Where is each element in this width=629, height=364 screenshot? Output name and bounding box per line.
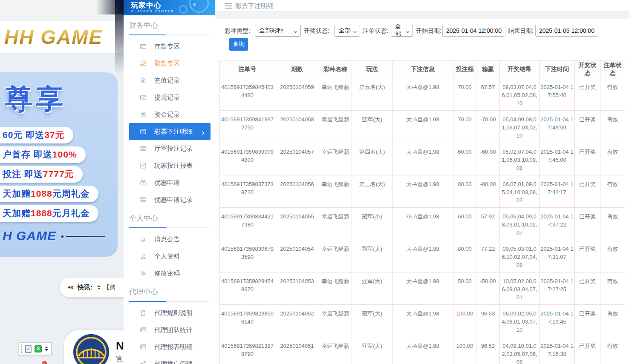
- table-cell: 第三名(大): [352, 175, 392, 208]
- table-cell: 57.92: [476, 208, 500, 240]
- content-panel: 彩种类型: 全部彩种 开奖状态: 全部 注单状态: 全部 开始日期: 结束日期:: [215, 19, 629, 364]
- gear-icon: [139, 269, 147, 277]
- table-cell: 2025-01-04 17:31:07: [540, 240, 575, 272]
- promo-pill-text: 37元: [44, 130, 64, 140]
- table-cell: 有效: [600, 111, 625, 143]
- promo-pill-text: 天加赠: [3, 208, 31, 218]
- updown-arrows-icon: [45, 347, 48, 351]
- sidebar-item[interactable]: 提现记录: [124, 89, 215, 106]
- promo-pill-text: 天加赠: [3, 189, 31, 198]
- team-stats-icon: [139, 326, 147, 334]
- table-cell: 有效: [600, 78, 625, 111]
- withdraw-hand-icon: [139, 60, 147, 67]
- table-cell: 401569173598419972750: [220, 111, 275, 143]
- sidebar-item[interactable]: 代理团队统计: [124, 321, 215, 338]
- promo-record-icon: [139, 196, 147, 203]
- sidebar-item[interactable]: 个人资料: [124, 248, 215, 265]
- table-row: 40156917359821387879020250104051幸运飞艇新亚军(…: [220, 337, 625, 364]
- promo-pill-text: 7777元: [43, 169, 74, 179]
- table-row: 40156917359837373972020250104056幸运飞艇新第三名…: [220, 175, 625, 208]
- promo-pill: 户首存 即送100%: [0, 146, 86, 163]
- menu-icon[interactable]: [225, 3, 232, 9]
- table-cell: 有效: [600, 337, 625, 364]
- sidebar-item[interactable]: 充值记录: [124, 72, 215, 89]
- file-icon: [139, 309, 147, 317]
- table-cell: 401569173598454034480: [220, 78, 275, 111]
- table-cell: 96.53: [476, 337, 500, 364]
- table-cell: 已开奖: [575, 111, 600, 143]
- sidebar-shadow-top: [96, 0, 124, 14]
- sidebar-item[interactable]: 玩家投注报表: [124, 157, 215, 174]
- report-detail-icon: [139, 343, 147, 351]
- table-cell: 2025-01-04 17:49:59: [540, 111, 575, 143]
- promo-footer-logo: H GAME: [3, 229, 56, 243]
- ticker-label: 快讯:: [78, 284, 92, 292]
- table-cell: 05,06,04,09,08,03,01,10,02,07: [500, 208, 540, 240]
- sidebar-item[interactable]: 取款专区: [124, 55, 215, 72]
- nba-card-subtitle: 官方: [116, 355, 124, 364]
- sidebar-item[interactable]: 代理报表明细: [124, 338, 215, 355]
- lottery-type-label: 彩种类型:: [225, 25, 250, 37]
- sidebar-item-label: 代理规则说明: [154, 309, 193, 317]
- order-status-select[interactable]: 全部: [391, 25, 413, 37]
- sidebar-item-label: 存款专区: [154, 43, 180, 51]
- table-cell: 大-A盘@1.98: [392, 175, 453, 208]
- table-cell: 有效: [600, 143, 625, 175]
- nba-card-title: NE: [116, 339, 124, 353]
- column-header: 玩法: [352, 60, 392, 78]
- share-icon: [139, 360, 147, 364]
- line-decoration: [66, 236, 105, 237]
- sidebar-item[interactable]: 代理规则说明: [124, 304, 215, 321]
- table-cell: 20250104057: [275, 143, 319, 175]
- draw-status-label: 开奖状态:: [304, 25, 329, 37]
- table-cell: 幸运飞艇新: [319, 175, 352, 208]
- table-cell: 100.00: [453, 337, 476, 364]
- query-button[interactable]: 查询: [229, 38, 248, 51]
- table-cell: 已开奖: [575, 208, 600, 240]
- table-cell: 大-A盘@1.98: [392, 240, 453, 272]
- table-header-row: 注单号期数彩种名称玩法下注信息投注额输赢开奖结果下注时间开奖状态注单状态: [220, 60, 625, 78]
- sidebar-item[interactable]: 彩票下注明细: [129, 123, 211, 140]
- sidebar-item-label: 代理团队统计: [154, 326, 193, 334]
- start-date-input[interactable]: [442, 25, 505, 37]
- sidebar-item[interactable]: 存款专区: [124, 38, 215, 55]
- column-header: 输赢: [476, 60, 500, 78]
- sidebar-item[interactable]: 修改密码: [124, 265, 215, 282]
- sidebar-item[interactable]: 优惠申请记录: [124, 191, 215, 208]
- table-row: 40156917359830679359020250104054幸运飞艇新冠军(…: [220, 240, 625, 272]
- lottery-detail-icon: [139, 128, 147, 135]
- table-cell: 401569173598390094800: [220, 143, 275, 175]
- table-cell: 60.00: [453, 208, 476, 240]
- table-row: 40156917359845403448020250104059幸运飞艇新第五名…: [220, 78, 625, 111]
- table-cell: 20250104051: [275, 337, 319, 364]
- promo-apply-icon: [139, 179, 147, 186]
- table-cell: 20250104058: [275, 111, 319, 143]
- player-center-sidebar: 玩家中心 PLAYERS CENTER 财务中心存款专区取款专区充值记录提现记录…: [124, 0, 215, 364]
- lottery-type-select[interactable]: 全部彩种: [255, 25, 301, 37]
- table-cell: 已开奖: [575, 143, 600, 175]
- sidebar-item[interactable]: 优惠申请: [124, 174, 215, 191]
- browser-extension-popup: S: [19, 342, 52, 355]
- draw-status-value: 全部: [339, 27, 351, 34]
- background-site: HH GAME 尊享 60元 即送37元户首存 即送100%投注 即送7777元…: [0, 0, 124, 364]
- table-cell: 06,09,02,05,04,08,01,03,07,10: [500, 305, 540, 337]
- table-cell: 20250104053: [275, 272, 319, 305]
- player-report-icon: [139, 162, 147, 169]
- table-cell: 已开奖: [575, 305, 600, 337]
- table-cell: 2025-01-04 17:42:17: [540, 175, 575, 208]
- draw-status-select[interactable]: 全部: [335, 25, 360, 37]
- sidebar-item[interactable]: 消息公告: [124, 231, 215, 248]
- sidebar-item[interactable]: 厅室投注记录: [124, 140, 215, 157]
- table-cell: 96.53: [476, 305, 500, 337]
- screen: HH GAME 尊享 60元 即送37元户首存 即送100%投注 即送7777元…: [0, 0, 629, 364]
- table-cell: 第四名(大): [352, 143, 392, 175]
- table-cell: -80.00: [476, 175, 500, 208]
- funds-record-icon: [139, 111, 147, 118]
- sidebar-item[interactable]: 代理推广管理: [124, 355, 215, 364]
- sidebar-subtitle: PLAYERS CENTER: [131, 9, 174, 13]
- dot-decoration: [61, 235, 63, 238]
- end-date-input[interactable]: [535, 25, 598, 37]
- sidebar-item-label: 取款专区: [154, 60, 180, 68]
- sidebar-item[interactable]: 资金记录: [124, 106, 215, 123]
- sidebar-item-label: 代理报表明细: [154, 343, 193, 351]
